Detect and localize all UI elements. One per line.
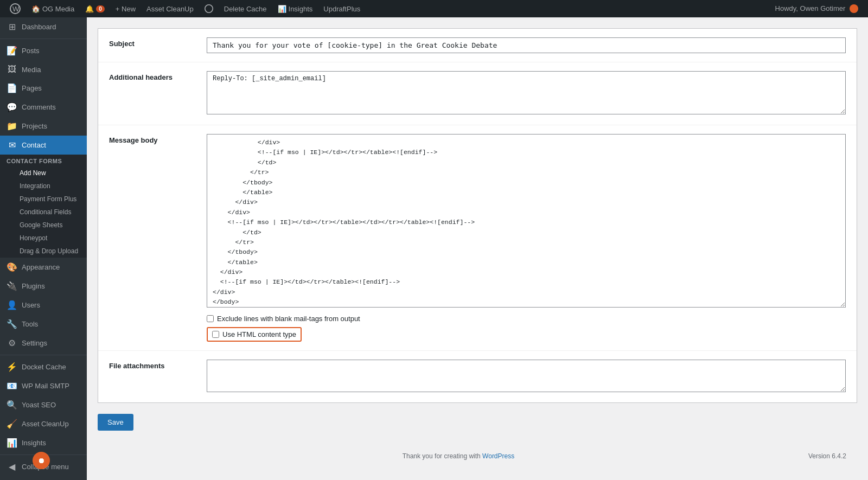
adminbar-asset-cleanup[interactable]: Asset CleanUp <box>141 0 199 17</box>
main-content: Subject Additional headers Reply-To: [_s… <box>87 17 868 480</box>
exclude-blank-checkbox[interactable] <box>207 315 214 322</box>
pages-icon: 📄 <box>7 83 17 93</box>
sidebar-item-add-new[interactable]: Add New <box>0 167 87 180</box>
wordpress-link[interactable]: WordPress <box>482 452 514 460</box>
site-name-icon: 🏠 <box>31 5 40 13</box>
comments-icon: 💬 <box>7 102 17 112</box>
adminbar-user: Howdy, Owen Gotimer <box>770 4 864 14</box>
asset-icon: 🧹 <box>7 419 17 429</box>
svg-text:W: W <box>12 5 20 13</box>
record-button[interactable]: ⏺ <box>33 452 50 469</box>
version-text: Version 6.4.2 <box>808 452 846 460</box>
settings-icon: ⚙ <box>7 338 17 348</box>
file-attachments-field <box>207 360 846 394</box>
users-icon: 👤 <box>7 300 17 310</box>
save-button-row: Save <box>98 414 857 431</box>
sidebar-item-asset-cleanup[interactable]: 🧹 Asset CleanUp <box>0 414 87 433</box>
subject-row: Subject <box>98 29 857 62</box>
subject-field <box>207 37 846 53</box>
adminbar-new[interactable]: + New <box>110 0 141 17</box>
message-body-label: Message body <box>109 134 196 144</box>
media-icon: 🖼 <box>7 65 17 74</box>
svg-point-2 <box>205 5 213 12</box>
avatar <box>850 4 858 13</box>
contact-submenu: Contact Forms Add New Integration Paymen… <box>0 155 87 258</box>
message-body-row: Message body Exclude lines with blank ma… <box>98 125 857 351</box>
sidebar-item-posts[interactable]: 📝 Posts <box>0 41 87 60</box>
additional-headers-row: Additional headers Reply-To: [_site_admi… <box>98 62 857 125</box>
adminbar-delete-cache[interactable]: Delete Cache <box>219 0 272 17</box>
sidebar-item-integration[interactable]: Integration <box>0 180 87 193</box>
dashboard-icon: ⊞ <box>7 22 17 32</box>
file-attachments-label: File attachments <box>109 360 196 370</box>
collapse-icon: ◀ <box>7 462 17 472</box>
menu-divider <box>0 39 87 39</box>
adminbar-insights[interactable]: 📊 Insights <box>272 0 318 17</box>
adminbar-site-name[interactable]: 🏠 OG Media <box>26 0 80 17</box>
plugins-icon: 🔌 <box>7 281 17 291</box>
appearance-icon: 🎨 <box>7 262 17 272</box>
sidebar-item-google-sheets[interactable]: Google Sheets <box>0 219 87 232</box>
sidebar-item-payment-form-plus[interactable]: Payment Form Plus <box>0 193 87 206</box>
projects-icon: 📁 <box>7 121 17 131</box>
contact-forms-heading: Contact Forms <box>0 155 87 167</box>
message-body-field: Exclude lines with blank mail-tags from … <box>207 134 846 342</box>
sidebar-item-insights[interactable]: 📊 Insights <box>0 433 87 452</box>
subject-input[interactable] <box>207 37 846 53</box>
sidebar-item-conditional-fields[interactable]: Conditional Fields <box>0 206 87 219</box>
sidebar-item-comments[interactable]: 💬 Comments <box>0 98 87 117</box>
sidebar-item-contact[interactable]: ✉ Contact <box>0 136 87 155</box>
adminbar-updraftplus[interactable]: UpdraftPlus <box>318 0 366 17</box>
contact-icon: ✉ <box>7 140 17 150</box>
posts-icon: 📝 <box>7 46 17 56</box>
subject-label: Subject <box>109 37 196 48</box>
additional-headers-field: Reply-To: [_site_admin_email] <box>207 71 846 116</box>
html-content-type-wrapper: Use HTML content type <box>207 327 302 342</box>
docket-icon: ⚡ <box>7 362 17 372</box>
additional-headers-label: Additional headers <box>109 71 196 81</box>
sidebar-item-projects[interactable]: 📁 Projects <box>0 117 87 136</box>
sidebar-item-honeypot[interactable]: Honeypot <box>0 232 87 245</box>
exclude-blank-row: Exclude lines with blank mail-tags from … <box>207 315 846 323</box>
message-body-input[interactable] <box>207 134 846 308</box>
sidebar-item-drag-drop-upload[interactable]: Drag & Drop Upload <box>0 245 87 258</box>
html-content-type-checkbox[interactable] <box>212 331 219 338</box>
form-section-subject: Subject Additional headers Reply-To: [_s… <box>98 28 857 403</box>
sidebar-item-wp-mail-smtp[interactable]: 📧 WP Mail SMTP <box>0 376 87 395</box>
sidebar-item-media[interactable]: 🖼 Media <box>0 60 87 79</box>
sidebar-item-settings[interactable]: ⚙ Settings <box>0 334 87 353</box>
sidebar-item-pages[interactable]: 📄 Pages <box>0 79 87 98</box>
admin-bar: W 🏠 OG Media 🔔 0 + New Asset CleanUp Del… <box>0 0 868 17</box>
exclude-blank-label: Exclude lines with blank mail-tags from … <box>217 315 360 323</box>
tools-icon: 🔧 <box>7 319 17 329</box>
html-content-type-label: Use HTML content type <box>222 330 296 338</box>
page-footer: Thank you for creating with WordPress Ve… <box>98 441 857 471</box>
admin-sidebar: ⊞ Dashboard 📝 Posts 🖼 Media 📄 Pages 💬 Co… <box>0 17 87 480</box>
sidebar-item-dashboard[interactable]: ⊞ Dashboard <box>0 17 87 36</box>
chart-icon: 📊 <box>278 5 286 13</box>
bell-icon: 🔔 <box>85 5 94 13</box>
mail-icon: 📧 <box>7 381 17 391</box>
sidebar-item-plugins[interactable]: 🔌 Plugins <box>0 277 87 296</box>
sidebar-item-docket-cache[interactable]: ⚡ Docket Cache <box>0 357 87 376</box>
sidebar-item-yoast-seo[interactable]: 🔍 Yoast SEO <box>0 395 87 414</box>
sidebar-item-appearance[interactable]: 🎨 Appearance <box>0 258 87 277</box>
sidebar-item-users[interactable]: 👤 Users <box>0 296 87 315</box>
file-attachments-row: File attachments <box>98 351 857 402</box>
adminbar-wp-logo-2[interactable] <box>199 0 219 17</box>
file-attachments-input[interactable] <box>207 360 846 392</box>
adminbar-notifications[interactable]: 🔔 0 <box>80 0 110 17</box>
insights-icon: 📊 <box>7 438 17 448</box>
additional-headers-input[interactable]: Reply-To: [_site_admin_email] <box>207 71 846 114</box>
menu-divider-2 <box>0 355 87 355</box>
save-button[interactable]: Save <box>98 414 133 431</box>
sidebar-item-tools[interactable]: 🔧 Tools <box>0 315 87 334</box>
yoast-icon: 🔍 <box>7 400 17 410</box>
wp-logo[interactable]: W <box>4 3 26 14</box>
